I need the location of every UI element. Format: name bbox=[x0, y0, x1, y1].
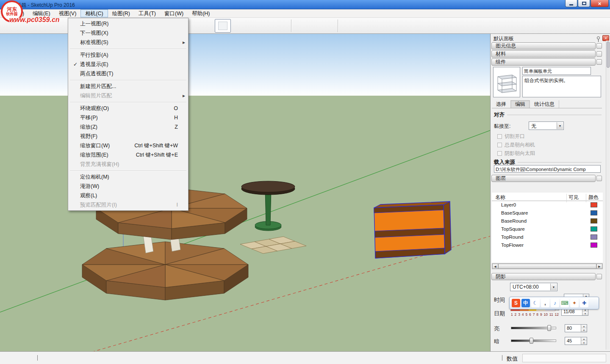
ime-icon[interactable]: ☾ bbox=[531, 299, 540, 307]
camera-menu-item[interactable]: 标准视图(S) bbox=[68, 38, 188, 47]
spinner-buttons[interactable] bbox=[581, 325, 587, 332]
camera-menu-item[interactable]: 缩放范围(E) Ctrl 键+Shift 键+E bbox=[68, 150, 188, 160]
checkbox-icon bbox=[497, 134, 502, 139]
ime-icon[interactable]: ✦ bbox=[570, 299, 579, 307]
dark-input[interactable]: 45 bbox=[565, 337, 587, 345]
layer-color-swatch[interactable] bbox=[591, 234, 597, 240]
menu-item[interactable]: 文件(F) bbox=[3, 9, 28, 17]
camera-menu-item[interactable]: 平行投影(A) bbox=[68, 50, 188, 60]
camera-menu-item[interactable] bbox=[68, 169, 188, 172]
dropdown-arrow-icon[interactable] bbox=[557, 122, 563, 129]
camera-menu-item[interactable]: 上一视图(R) bbox=[68, 19, 188, 28]
camera-menu-item[interactable]: 两点透视图(T) bbox=[68, 69, 188, 78]
menu-item[interactable]: 窗口(W) bbox=[160, 9, 188, 17]
component-name-input[interactable]: 简单搁板单元 bbox=[522, 67, 591, 75]
menu-item[interactable]: 帮助(H) bbox=[188, 9, 214, 17]
octagon-table-lower[interactable] bbox=[82, 242, 248, 300]
scroll-left-icon[interactable]: ◀ bbox=[492, 264, 498, 269]
component-thumbnail[interactable] bbox=[493, 67, 520, 97]
ime-icon[interactable]: , bbox=[541, 299, 549, 307]
layer-color-swatch[interactable] bbox=[591, 226, 597, 232]
dark-slider[interactable] bbox=[511, 339, 556, 342]
layer-color-swatch[interactable] bbox=[591, 218, 597, 223]
layer-color-swatch[interactable] bbox=[591, 210, 597, 215]
camera-menu-item[interactable]: 透视显示(E) bbox=[68, 60, 188, 69]
menu-item[interactable]: 视图(V) bbox=[55, 9, 81, 17]
section-toggle-icon[interactable] bbox=[596, 274, 602, 279]
camera-menu-item[interactable]: 漫游(W) bbox=[68, 182, 188, 191]
components-tab[interactable]: 统计信息 bbox=[530, 100, 559, 108]
camera-menu-item[interactable]: 预览匹配照片(I) I bbox=[68, 200, 188, 210]
dropdown-arrow-icon[interactable] bbox=[550, 284, 557, 290]
column-name[interactable]: 名称 bbox=[495, 194, 505, 201]
column-visible[interactable]: 可见 bbox=[568, 194, 579, 201]
ime-icon[interactable]: ⌨ bbox=[560, 299, 569, 307]
layer-row[interactable]: BaseSquare bbox=[492, 209, 603, 217]
close-button[interactable] bbox=[591, 0, 609, 7]
light-slider-thumb[interactable] bbox=[547, 325, 551, 331]
section-toggle-icon[interactable] bbox=[596, 176, 602, 181]
ime-icon[interactable]: ✚ bbox=[580, 299, 588, 307]
measurements-input[interactable] bbox=[522, 354, 606, 362]
spinner-buttons[interactable] bbox=[581, 337, 587, 345]
components-tab[interactable]: 选择 bbox=[492, 100, 511, 108]
pin-icon[interactable] bbox=[597, 36, 600, 39]
column-color[interactable]: 颜色 bbox=[588, 194, 599, 201]
section-layers[interactable]: 图层 bbox=[491, 175, 596, 182]
menu-item[interactable]: 编辑(E) bbox=[28, 9, 55, 17]
camera-menu-item[interactable]: 新建照片匹配... bbox=[68, 82, 188, 91]
ime-icon[interactable]: 中 bbox=[521, 299, 530, 307]
dark-slider-thumb[interactable] bbox=[530, 338, 533, 344]
ime-icon[interactable]: ♪ bbox=[551, 299, 559, 307]
menu-item[interactable]: 相机(C) bbox=[80, 9, 108, 17]
section-components[interactable]: 组件 bbox=[491, 58, 596, 66]
panel-vertical-scrollbar[interactable] bbox=[606, 41, 610, 350]
menu-item[interactable]: 绘图(R) bbox=[108, 9, 134, 17]
title-bar[interactable]: 无标题 - SketchUp Pro 2016 bbox=[0, 0, 610, 9]
section-toggle-icon[interactable] bbox=[596, 51, 602, 57]
light-input[interactable]: 80 bbox=[565, 324, 587, 332]
camera-menu-item[interactable]: 背景充满视窗(H) bbox=[68, 160, 188, 169]
layer-row[interactable]: TopFlower bbox=[492, 241, 603, 249]
camera-menu-item[interactable]: 环绕观察(O) O bbox=[68, 104, 188, 113]
components-tab[interactable]: 编辑 bbox=[511, 100, 530, 108]
section-toggle-icon[interactable] bbox=[596, 43, 602, 49]
minimize-button[interactable] bbox=[565, 0, 577, 7]
glue-to-select[interactable]: 无 bbox=[529, 121, 564, 130]
scrollbar-thumb[interactable] bbox=[498, 264, 596, 269]
camera-menu-item[interactable]: 定位相机(M) bbox=[68, 172, 188, 182]
timezone-select[interactable]: UTC+08:00 bbox=[510, 283, 557, 291]
layer-row[interactable]: TopRound bbox=[492, 233, 603, 241]
camera-menu-item[interactable]: 平移(P) H bbox=[68, 113, 188, 122]
maximize-button[interactable] bbox=[578, 0, 590, 7]
layer-row[interactable]: TopSquare bbox=[492, 225, 603, 233]
camera-menu-item[interactable] bbox=[68, 47, 188, 50]
ime-icon[interactable]: S bbox=[512, 299, 520, 307]
layer-color-swatch[interactable] bbox=[591, 243, 597, 248]
section-materials[interactable]: 材料 bbox=[491, 50, 596, 58]
toolbar-tool-button[interactable] bbox=[215, 19, 231, 33]
camera-menu-item[interactable]: 下一视图(X) bbox=[68, 28, 188, 38]
layers-horizontal-scrollbar[interactable]: ◀ ▶ bbox=[492, 263, 603, 269]
section-entity-info[interactable]: 图元信息 bbox=[491, 42, 596, 50]
camera-menu-item[interactable]: 编辑照片匹配 bbox=[68, 91, 188, 100]
camera-menu-item[interactable] bbox=[68, 100, 188, 104]
layer-row[interactable]: BaseRound bbox=[492, 217, 603, 225]
bookshelf-selected[interactable] bbox=[374, 201, 451, 258]
scrollbar-thumb[interactable] bbox=[607, 41, 610, 68]
menu-item[interactable]: 工具(T) bbox=[134, 9, 160, 17]
section-toggle-icon[interactable] bbox=[596, 59, 602, 65]
menu-item-label: 编辑照片匹配 bbox=[80, 92, 112, 99]
camera-menu-item[interactable]: 观察(L) bbox=[68, 191, 188, 200]
camera-menu-item[interactable]: 缩放窗口(W) Ctrl 键+Shift 键+W bbox=[68, 141, 188, 150]
layer-row[interactable]: Layer0 bbox=[492, 201, 603, 209]
layer-color-swatch[interactable] bbox=[591, 202, 597, 207]
camera-menu-item[interactable]: 缩放(Z) Z bbox=[68, 122, 188, 132]
section-shadows[interactable]: 阴影 bbox=[491, 273, 596, 280]
component-description[interactable]: 组合式书架的实例。 bbox=[522, 76, 601, 97]
camera-menu-item[interactable]: 视野(F) bbox=[68, 132, 188, 141]
panel-close-button[interactable] bbox=[602, 35, 609, 41]
load-path-input[interactable]: D:\河东软件园\Components\Dynamic Comp bbox=[494, 165, 601, 173]
camera-menu-item[interactable] bbox=[68, 78, 188, 82]
scroll-right-icon[interactable]: ▶ bbox=[596, 264, 602, 269]
